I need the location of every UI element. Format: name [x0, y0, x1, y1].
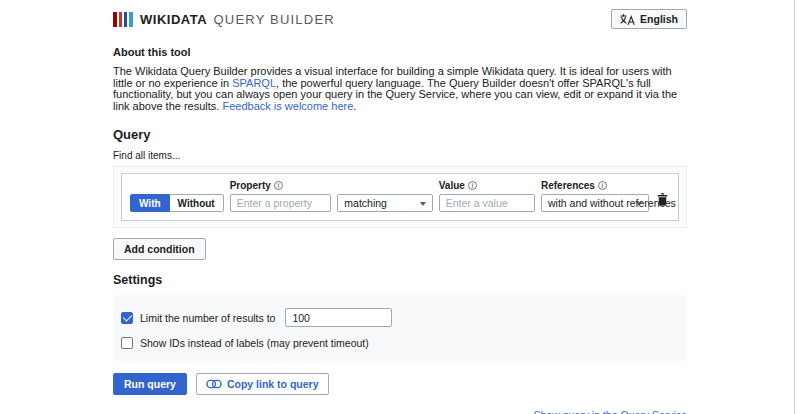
value-label: Value — [439, 180, 535, 191]
with-toggle-button[interactable]: With — [130, 194, 170, 212]
show-query-service-link[interactable]: Show query in the Query Service — [534, 409, 688, 414]
add-condition-button[interactable]: Add condition — [113, 238, 206, 260]
settings-heading: Settings — [113, 273, 687, 287]
show-query-row: Show query in the Query Service — [113, 409, 687, 414]
limit-results-input[interactable] — [285, 308, 392, 327]
info-icon[interactable] — [468, 181, 477, 190]
logo-text: WIKIDATA QUERY BUILDER — [140, 10, 335, 28]
references-label-text: References — [541, 180, 595, 191]
matching-selected-value: matching — [344, 197, 387, 209]
show-ids-row: Show IDs instead of labels (may prevent … — [121, 337, 679, 349]
copy-link-label: Copy link to query — [227, 378, 319, 390]
value-input[interactable] — [439, 194, 535, 212]
with-without-toggle: With Without — [130, 194, 224, 212]
property-label-text: Property — [230, 180, 271, 191]
condition-row: With Without Property matching — [121, 173, 679, 221]
references-label: References — [541, 180, 649, 191]
matching-field: matching — [337, 194, 432, 212]
header: WIKIDATA QUERY BUILDER English — [113, 9, 687, 29]
property-field: Property — [230, 180, 332, 212]
logo-wikidata-text: WIKIDATA — [140, 12, 207, 27]
info-icon[interactable] — [598, 181, 607, 190]
chevron-down-icon — [420, 202, 426, 206]
wikidata-query-builder-logo: WIKIDATA QUERY BUILDER — [113, 10, 335, 28]
about-section: About this tool The Wikidata Query Build… — [113, 46, 687, 112]
find-all-items-label: Find all items... — [113, 150, 687, 161]
query-heading: Query — [113, 127, 687, 142]
property-input[interactable] — [230, 194, 332, 212]
limit-results-row: Limit the number of results to — [121, 308, 679, 327]
references-field: References with and without references — [541, 180, 649, 212]
show-ids-checkbox[interactable] — [121, 337, 133, 349]
run-query-button[interactable]: Run query — [113, 373, 187, 395]
chevron-down-icon — [636, 202, 642, 206]
scrollbar-track[interactable] — [794, 0, 795, 414]
logo-product-text: QUERY BUILDER — [214, 12, 335, 27]
limit-results-checkbox[interactable] — [121, 312, 133, 324]
info-icon[interactable] — [274, 181, 283, 190]
about-text-3: . — [353, 100, 356, 112]
language-icon — [620, 14, 635, 25]
references-selected-value: with and without references — [548, 197, 676, 209]
actions-bar: Run query Copy link to query — [113, 373, 687, 395]
limit-results-label: Limit the number of results to — [140, 312, 275, 324]
link-icon — [206, 379, 222, 389]
show-ids-label: Show IDs instead of labels (may prevent … — [140, 337, 369, 349]
wikidata-logo-bars-icon — [113, 12, 133, 27]
settings-panel: Limit the number of results to Show IDs … — [113, 295, 687, 361]
without-toggle-button[interactable]: Without — [170, 194, 224, 212]
value-field: Value — [439, 180, 535, 212]
about-paragraph: The Wikidata Query Builder provides a vi… — [113, 66, 687, 112]
copy-link-button[interactable]: Copy link to query — [196, 373, 329, 395]
language-label: English — [640, 13, 678, 25]
about-heading: About this tool — [113, 46, 687, 58]
matching-dropdown[interactable]: matching — [337, 194, 432, 212]
value-label-text: Value — [439, 180, 465, 191]
page: WIKIDATA QUERY BUILDER English — [113, 0, 687, 414]
app-window: WIKIDATA QUERY BUILDER English — [0, 0, 800, 414]
feedback-link[interactable]: Feedback is welcome here — [222, 100, 353, 112]
language-selector-button[interactable]: English — [611, 9, 687, 29]
property-label: Property — [230, 180, 332, 191]
sparql-link[interactable]: SPARQL — [232, 77, 276, 89]
condition-group: With Without Property matching — [113, 166, 687, 228]
references-dropdown[interactable]: with and without references — [541, 194, 649, 212]
